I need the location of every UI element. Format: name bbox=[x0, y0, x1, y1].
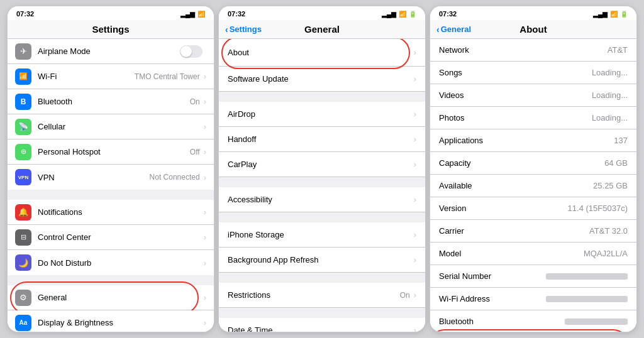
bg-app-refresh-chevron: › bbox=[414, 255, 416, 264]
handoff-label: Handoff bbox=[228, 134, 414, 144]
settings-title: Settings bbox=[92, 24, 129, 35]
bluetooth-chevron: › bbox=[204, 97, 206, 106]
row-vpn[interactable]: VPN VPN Not Connected › bbox=[8, 165, 214, 190]
phone-about: 07:32 ▂▄▆ 📶 🔋 ‹ General About Network AT… bbox=[430, 6, 637, 332]
row-notifications[interactable]: 🔔 Notifications › bbox=[8, 200, 214, 225]
status-time-2: 07:32 bbox=[228, 10, 245, 18]
wifi-address-redacted bbox=[546, 296, 628, 302]
battery-icon-2: 🔋 bbox=[409, 11, 416, 18]
row-software-update[interactable]: Software Update › bbox=[219, 67, 425, 92]
signal-icon: ▂▄▆ bbox=[180, 11, 195, 18]
section-airdrop-group: AirDrop › Handoff › CarPlay › bbox=[219, 97, 425, 177]
back-label: Settings bbox=[230, 25, 262, 34]
available-value: 25.25 GB bbox=[593, 181, 628, 190]
settings-list[interactable]: ✈ Airplane Mode 📶 Wi-Fi TMO Central Towe… bbox=[8, 39, 214, 332]
row-handoff[interactable]: Handoff › bbox=[219, 127, 425, 152]
sep-g2 bbox=[219, 177, 425, 182]
airplane-toggle[interactable] bbox=[180, 45, 203, 58]
about-chevron: › bbox=[414, 48, 416, 57]
back-label-about: General bbox=[441, 25, 471, 34]
model-value: MQAJ2LL/A bbox=[584, 249, 628, 258]
about-row-serial: Serial Number bbox=[430, 265, 636, 288]
status-icons-2: ▂▄▆ 📶 🔋 bbox=[382, 11, 416, 18]
network-label: Network bbox=[439, 45, 469, 55]
about-label: About bbox=[228, 48, 414, 57]
signal-icon-3: ▂▄▆ bbox=[593, 11, 608, 18]
section-datetime-group: Date & Time › Keyboard › bbox=[219, 313, 425, 332]
dnd-label: Do Not Disturb bbox=[38, 258, 204, 268]
row-date-time[interactable]: Date & Time › bbox=[219, 318, 425, 332]
general-list[interactable]: About › Software Update › AirDrop › Hand… bbox=[219, 39, 425, 332]
row-carplay[interactable]: CarPlay › bbox=[219, 152, 425, 177]
section-storage-group: iPhone Storage › Background App Refresh … bbox=[219, 217, 425, 273]
restrictions-chevron: › bbox=[414, 290, 416, 300]
capacity-label: Capacity bbox=[439, 158, 471, 168]
row-control-center[interactable]: ⊟ Control Center › bbox=[8, 225, 214, 250]
row-do-not-disturb[interactable]: 🌙 Do Not Disturb › bbox=[8, 250, 214, 275]
row-display[interactable]: Aa Display & Brightness › bbox=[8, 310, 214, 332]
settings-header: Settings bbox=[8, 20, 214, 39]
serial-label: Serial Number bbox=[439, 271, 491, 281]
serial-redacted bbox=[546, 273, 628, 280]
row-cellular[interactable]: 📡 Cellular › bbox=[8, 114, 214, 139]
wifi-address-label: Wi-Fi Address bbox=[439, 294, 490, 303]
wifi-value: TMO Central Tower bbox=[135, 72, 200, 81]
carplay-label: CarPlay bbox=[228, 160, 414, 169]
available-label: Available bbox=[439, 181, 472, 190]
wifi-icon-2: 📶 bbox=[399, 11, 406, 18]
row-personal-hotspot[interactable]: ⊕ Personal Hotspot Off › bbox=[8, 139, 214, 165]
row-restrictions[interactable]: Restrictions On › bbox=[219, 283, 425, 308]
row-accessibility[interactable]: Accessibility › bbox=[219, 187, 425, 212]
row-iphone-storage[interactable]: iPhone Storage › bbox=[219, 222, 425, 248]
sep-2 bbox=[8, 275, 214, 280]
bg-app-refresh-label: Background App Refresh bbox=[228, 255, 414, 264]
iphone-storage-label: iPhone Storage bbox=[228, 230, 414, 239]
row-general[interactable]: ⚙ General › bbox=[8, 285, 214, 310]
network-value: AT&T bbox=[608, 45, 628, 55]
videos-label: Videos bbox=[439, 90, 464, 100]
accessibility-label: Accessibility bbox=[228, 195, 414, 204]
phone-general: 07:32 ▂▄▆ 📶 🔋 ‹ Settings General About ›… bbox=[218, 6, 426, 332]
airplane-label: Airplane Mode bbox=[38, 46, 180, 56]
row-bluetooth[interactable]: B Bluetooth On › bbox=[8, 89, 214, 114]
signal-icon-2: ▂▄▆ bbox=[382, 11, 396, 18]
dnd-chevron: › bbox=[204, 258, 206, 268]
dnd-icon: 🌙 bbox=[15, 254, 31, 271]
row-background-app-refresh[interactable]: Background App Refresh › bbox=[219, 248, 425, 273]
notifications-label: Notifications bbox=[38, 207, 204, 217]
hotspot-value: Off bbox=[190, 148, 200, 156]
carrier-value: AT&T 32.0 bbox=[589, 226, 628, 236]
section-connectivity: ✈ Airplane Mode 📶 Wi-Fi TMO Central Towe… bbox=[8, 39, 214, 190]
about-row-version: Version 11.4 (15F5037c) bbox=[430, 197, 636, 220]
back-chevron-about: ‹ bbox=[436, 25, 440, 35]
songs-label: Songs bbox=[439, 68, 462, 77]
row-wifi[interactable]: 📶 Wi-Fi TMO Central Tower › bbox=[8, 64, 214, 89]
row-airplane-mode[interactable]: ✈ Airplane Mode bbox=[8, 39, 214, 64]
bluetooth-about-label: Bluetooth bbox=[439, 317, 474, 326]
cellular-chevron: › bbox=[204, 122, 206, 131]
wifi-chevron: › bbox=[204, 72, 206, 81]
about-list[interactable]: Network AT&T Songs Loading... Videos Loa… bbox=[430, 39, 636, 332]
date-time-chevron: › bbox=[414, 325, 416, 332]
applications-label: Applications bbox=[439, 136, 483, 145]
airdrop-label: AirDrop bbox=[228, 109, 414, 119]
date-time-label: Date & Time bbox=[228, 325, 414, 332]
back-to-settings[interactable]: ‹ Settings bbox=[225, 25, 262, 35]
display-label: Display & Brightness bbox=[38, 318, 204, 327]
row-about[interactable]: About › bbox=[219, 39, 425, 67]
wifi-icon-3: 📶 bbox=[610, 11, 618, 18]
restrictions-value: On bbox=[400, 291, 410, 300]
about-row-available: Available 25.25 GB bbox=[430, 175, 636, 197]
status-icons-1: ▂▄▆ 📶 bbox=[180, 11, 205, 18]
general-nav-header: ‹ Settings General bbox=[219, 20, 425, 39]
accessibility-chevron: › bbox=[414, 195, 416, 204]
row-airdrop[interactable]: AirDrop › bbox=[219, 102, 425, 127]
about-row-photos: Photos Loading... bbox=[430, 107, 636, 129]
sep-g5 bbox=[219, 308, 425, 313]
status-time-1: 07:32 bbox=[16, 10, 34, 18]
notifications-icon: 🔔 bbox=[15, 204, 31, 221]
version-label: Version bbox=[439, 204, 466, 213]
bluetooth-value: On bbox=[190, 97, 200, 106]
vpn-chevron: › bbox=[204, 173, 206, 182]
back-to-general[interactable]: ‹ General bbox=[436, 25, 471, 35]
